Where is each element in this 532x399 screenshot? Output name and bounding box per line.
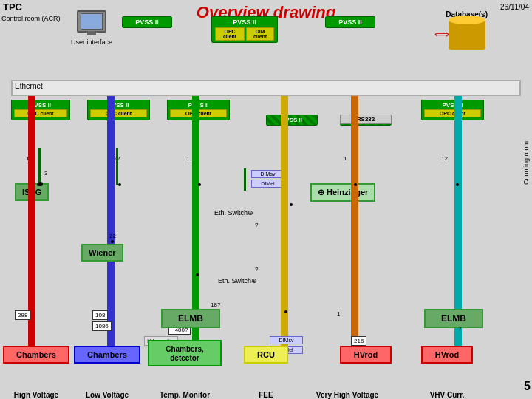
num-108: 108 [92, 310, 108, 320]
eth-switch-bottom: Eth. Switch⊕ [218, 277, 257, 284]
control-room-label: Control room (ACR) [1, 15, 61, 23]
ethernet-label: Ethernet [15, 82, 43, 90]
pvss-box-1: PVSS II [122, 16, 172, 28]
opc-chip: OPC client [215, 27, 245, 41]
connection-dot-3 [198, 183, 201, 186]
pvss-header-2: PVSS II OPC client DIM client [211, 16, 278, 43]
dimsv-bottom: DIMsv [270, 336, 303, 344]
num-216: 216 [351, 336, 366, 346]
connection-dot-2 [118, 183, 121, 186]
rs232-label: RS232 [340, 115, 392, 124]
wiener-box: Wiener [81, 244, 123, 262]
opc-dim-row: OPC client DIM client [215, 27, 274, 41]
page-number: 5 [524, 380, 531, 393]
blue-line-lv [107, 96, 115, 355]
very-high-voltage-label: Very High Voltage [310, 391, 384, 399]
pvss-wiener: PVSS II OPC client Wiener OPCserver PCI-… [87, 100, 150, 120]
badge-1: 1 [344, 155, 347, 162]
badge-q2: ? [255, 222, 258, 228]
eth-switch-dot-2: ⊕ [251, 277, 257, 284]
hvrod-box-2: HVrod [421, 346, 473, 364]
connection-dot-4 [111, 240, 114, 243]
user-interface: User interface [71, 10, 112, 46]
pvss-iseg: PVSS II OPC client ISEG OPCserver PCI-CA… [11, 100, 70, 120]
connection-dot-6 [290, 203, 293, 206]
ui-label: User interface [71, 38, 112, 46]
pvss-box-2: PVSS II OPC client DIM client [211, 16, 278, 43]
pvss-box-3: PVSS II [325, 16, 375, 28]
badge-q-elmb: ? [458, 325, 461, 332]
badge-q1: ? [255, 266, 258, 273]
connection-dot-8 [456, 183, 459, 186]
orange-line [351, 96, 358, 355]
connection-dot-1 [37, 183, 40, 186]
pvss-header-3: PVSS II [325, 16, 375, 28]
fee-label: FEE [244, 391, 288, 399]
chambers-detector-box: Chambers, detector [148, 340, 222, 366]
num-288: 288 [15, 310, 30, 320]
header: TPC Control room (ACR) Overview drawing … [0, 0, 532, 81]
vhv-curr-label: VHV Curr. [414, 391, 480, 399]
page: TPC Control room (ACR) Overview drawing … [0, 0, 532, 399]
badge-1b: 1 [337, 310, 340, 317]
hvrod-box-1: HVrod [340, 346, 392, 364]
dim-chip: DIM client [246, 27, 274, 41]
dimel-box: DIMel [251, 180, 284, 188]
badge-3: 3 [44, 170, 47, 177]
pvss-elmb-right: PVSS II OPC client ELMB OPCserver PCI-CA… [421, 100, 484, 120]
elmb-center: ELMB [161, 309, 220, 328]
database-area: Database(s) [446, 10, 488, 50]
heinzinger-box: ⊕ Heinzinger [310, 183, 375, 202]
pvss-main-6: PVSS II OPC client [421, 100, 484, 120]
eth-switch-top: Eth. Switch⊕ [214, 209, 253, 216]
elmb-right: ELMB [424, 309, 483, 328]
num-1086: 1086 [92, 321, 112, 331]
chambers-box-2: Chambers [74, 346, 140, 364]
badge-12: 12 [441, 155, 448, 162]
dimsv-box: DIMsv [251, 170, 284, 178]
vline-1 [38, 148, 41, 185]
high-voltage-label: High Voltage [3, 391, 69, 399]
pvss-main-2: PVSS II OPC client [87, 100, 150, 120]
yellow-line-fee [281, 96, 288, 355]
tpc-label: TPC [3, 1, 22, 13]
opc-client-chip-2: OPC client [90, 109, 147, 117]
connection-dot-5 [196, 273, 199, 276]
pvss-dim-client: PVSS II DIMclient [266, 115, 318, 124]
opc-client-chip-1: OPC client [14, 109, 67, 117]
eth-switch-dot: ⊕ [248, 209, 253, 216]
counting-room-label: Counting room [520, 96, 532, 185]
chambers-box-1: Chambers [3, 346, 69, 364]
low-voltage-label: Low Voltage [74, 391, 140, 399]
monitor-icon [77, 10, 106, 33]
badge-18q: 18? [211, 301, 220, 308]
temp-monitor-label: Temp. Monitor [148, 391, 222, 399]
database-cylinder [449, 20, 485, 50]
connection-dot-9 [284, 310, 287, 313]
pvss-main-4: PVSS II [266, 115, 318, 126]
date-label: 26/11/04 [500, 3, 529, 11]
vline-2 [116, 148, 118, 185]
connection-dot-7 [354, 183, 357, 186]
arrow-icon: ⟺ [434, 28, 449, 40]
pvss-main-1: PVSS II OPC client [11, 100, 70, 120]
rcu-box: RCU [244, 346, 288, 364]
vline-dim [244, 168, 246, 191]
ethernet-bar [11, 80, 521, 96]
pvss-header-1: PVSS II [122, 16, 172, 28]
opc-client-chip-6: OPC client [424, 109, 481, 117]
badge-22: 22 [109, 233, 116, 239]
heinzinger-icon: ⊕ [318, 188, 327, 197]
